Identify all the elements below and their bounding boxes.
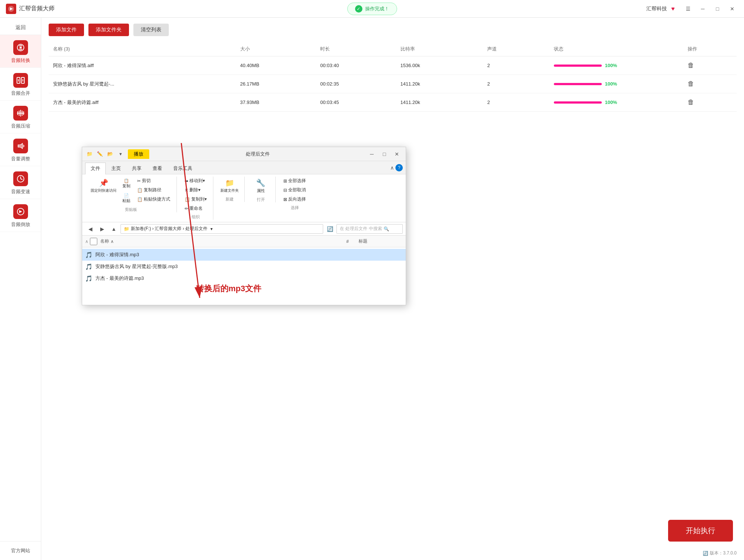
cell-channel: 2 — [483, 93, 549, 112]
file-list-body: 🎵 阿欣 - 难得深情.mp3 🎵 安静悠扬古风 by 星河鹭起-完整版.mp3… — [82, 247, 406, 305]
clipboard-label: 剪贴板 — [125, 207, 137, 212]
explorer-window: 📁 ✏️ 📂 ▾ 播放 处理后文件 ─ □ ✕ 文 — [82, 147, 406, 305]
forward-nav-btn[interactable]: ▶ — [97, 224, 107, 234]
copy-path-btn[interactable]: 📋 复制路径 — [134, 186, 174, 194]
new-label: 新建 — [226, 196, 234, 202]
audio-speed-label: 音频变速 — [11, 188, 30, 195]
properties-btn[interactable]: 🔧 属性 — [254, 177, 268, 195]
version-text: 版本：3.7.0.0 — [710, 550, 737, 556]
sidebar-back-button[interactable]: 返回 — [0, 21, 41, 35]
explorer-minimize-btn[interactable]: ─ — [366, 149, 378, 159]
address-path[interactable]: 📁 新加卷(F:) › 汇帮音频大师 › 处理后文件 ▾ — [120, 224, 323, 234]
sidebar-item-audio-compress[interactable]: 音频压缩 — [0, 101, 41, 133]
paste-icon: 📄 — [124, 193, 129, 198]
volume-adjust-label: 音量调整 — [11, 156, 30, 162]
cell-name: 方杰 - 最美的诗篇.aiff — [49, 93, 236, 112]
cell-channel: 2 — [483, 75, 549, 93]
delete-row-btn[interactable]: 🗑 — [688, 62, 694, 69]
refresh-nav-btn[interactable]: 🔄 — [325, 224, 335, 234]
copy-btn[interactable]: 📋 复制 — [120, 177, 133, 191]
address-text: 新加卷(F:) › 汇帮音频大师 › 处理后文件 — [131, 226, 207, 232]
move-to-btn[interactable]: ➡ 移动到▾ — [181, 177, 210, 185]
paste-shortcut-btn[interactable]: 📋 粘贴快捷方式 — [134, 195, 174, 204]
explorer-close-btn[interactable]: ✕ — [391, 149, 403, 159]
deselect-all-btn[interactable]: ⊟ 全部取消 — [280, 186, 309, 194]
back-nav-btn[interactable]: ◀ — [85, 224, 95, 234]
folder-icon-addr: 📁 — [124, 226, 129, 232]
ribbon-content: 📌 固定到快速访问 📋 复制 📄 粘贴 — [82, 174, 406, 222]
clipboard-group: 📌 固定到快速访问 📋 复制 📄 粘贴 — [85, 177, 177, 212]
progress-bar — [554, 83, 602, 85]
tab-share[interactable]: 共享 — [126, 163, 147, 174]
explorer-maximize-btn[interactable]: □ — [378, 149, 390, 159]
ribbon-collapse-btn[interactable]: ∧ — [390, 165, 394, 171]
sidebar-item-audio-speed[interactable]: 音频变速 — [0, 166, 41, 199]
up-nav-btn[interactable]: ▲ — [109, 224, 119, 234]
explorer-title: 处理后文件 — [149, 151, 366, 157]
add-file-button[interactable]: 添加文件 — [49, 24, 84, 36]
new-folder-btn[interactable]: 📁 新建文件夹 — [218, 177, 241, 195]
clear-list-button[interactable]: 清空列表 — [133, 24, 169, 36]
svg-line-17 — [21, 179, 22, 180]
explorer-down-icon[interactable]: ▾ — [116, 150, 125, 159]
svg-point-3 — [20, 46, 22, 49]
list-item[interactable]: 🎵 方杰 - 最美的诗篇.mp3 — [82, 272, 406, 284]
tab-file[interactable]: 文件 — [85, 163, 106, 174]
cell-size: 40.40MB — [236, 56, 316, 75]
close-button[interactable]: ✕ — [726, 4, 738, 13]
file-name: 阿欣 - 难得深情.mp3 — [95, 251, 403, 258]
search-box[interactable]: 在 处理后文件 中搜索 🔍 — [336, 224, 403, 234]
title-bar-right: 汇帮科技 ♥ ☰ ─ □ ✕ — [646, 4, 738, 13]
menu-button[interactable]: ☰ — [682, 4, 694, 13]
explorer-folder2-icon[interactable]: 📂 — [106, 150, 115, 159]
table-row: 阿欣 - 难得深情.aiff 40.40MB 00:03:40 1536.00k… — [49, 56, 737, 75]
add-folder-button[interactable]: 添加文件夹 — [88, 24, 129, 36]
ribbon: 文件 主页 共享 查看 音乐工具 ∧ ? — [82, 161, 406, 222]
invert-select-btn[interactable]: ⊠ 反向选择 — [280, 195, 309, 204]
table-row: 方杰 - 最美的诗篇.aiff 37.93MB 00:03:45 1411.20… — [49, 93, 737, 112]
col-status-header: 状态 — [549, 42, 683, 56]
audio-convert-icon — [13, 40, 28, 55]
progress-bar — [554, 65, 602, 67]
minimize-button[interactable]: ─ — [697, 4, 709, 13]
delete-row-btn[interactable]: 🗑 — [688, 80, 694, 88]
tab-music[interactable]: 音乐工具 — [168, 163, 198, 174]
table-row: 安静悠扬古风 by 星河鹭起-... 26.17MB 00:02:35 1411… — [49, 75, 737, 93]
maximize-button[interactable]: □ — [712, 4, 723, 13]
col-size-header: 大小 — [236, 42, 316, 56]
tab-view[interactable]: 查看 — [147, 163, 168, 174]
delete-btn-ribbon[interactable]: ✕ 删除▾ — [181, 186, 210, 194]
file-table: 名称 (3) 大小 时长 比特率 声道 状态 操作 阿欣 - 难得深情.aiff… — [49, 42, 737, 112]
pin-btn[interactable]: 📌 固定到快速访问 — [88, 177, 119, 205]
tab-home[interactable]: 主页 — [106, 163, 126, 174]
delete-row-btn[interactable]: 🗑 — [688, 98, 694, 106]
volume-adjust-icon — [13, 139, 28, 153]
explorer-folder-icon[interactable]: 📁 — [85, 150, 94, 159]
sidebar-item-volume-adjust[interactable]: 音量调整 — [0, 133, 41, 166]
col-channel-header: 声道 — [483, 42, 549, 56]
explorer-edit-icon[interactable]: ✏️ — [95, 150, 104, 159]
cut-btn[interactable]: ✂ 剪切 — [134, 177, 174, 185]
explorer-title-bar: 📁 ✏️ 📂 ▾ 播放 处理后文件 ─ □ ✕ — [82, 147, 406, 161]
start-execute-button[interactable]: 开始执行 — [668, 520, 733, 542]
file-music-icon: 🎵 — [85, 251, 92, 258]
sidebar-item-audio-merge[interactable]: 音频合并 — [0, 68, 41, 101]
cell-status: 100% — [549, 93, 683, 112]
sidebar-item-audio-reverse[interactable]: 音频倒放 — [0, 199, 41, 232]
select-all-checkbox[interactable] — [90, 238, 97, 245]
header-expand[interactable]: ∧ — [85, 239, 88, 244]
rename-btn[interactable]: ✏ 重命名 — [181, 204, 210, 213]
file-list-header: ∧ 名称 ∧ # 标题 — [82, 236, 406, 247]
select-all-btn[interactable]: ⊞ 全部选择 — [280, 177, 309, 185]
list-item[interactable]: 🎵 安静悠扬古风 by 星河鹭起-完整版.mp3 — [82, 261, 406, 272]
help-btn[interactable]: ? — [395, 164, 403, 171]
list-item[interactable]: 🎵 阿欣 - 难得深情.mp3 — [82, 249, 406, 261]
audio-compress-icon — [13, 106, 28, 121]
play-tab[interactable]: 播放 — [128, 149, 149, 159]
paste-btn[interactable]: 📄 粘贴 — [120, 191, 133, 205]
copy-to-btn[interactable]: 📋 复制到▾ — [181, 195, 210, 204]
file-name: 安静悠扬古风 by 星河鹭起-完整版.mp3 — [95, 263, 403, 270]
sidebar-item-audio-convert[interactable]: 音频转换 — [0, 35, 41, 68]
official-website-link[interactable]: 官方网站 — [11, 548, 30, 553]
select-group: ⊞ 全部选择 ⊟ 全部取消 ⊠ 反向选择 选择 — [277, 177, 312, 211]
